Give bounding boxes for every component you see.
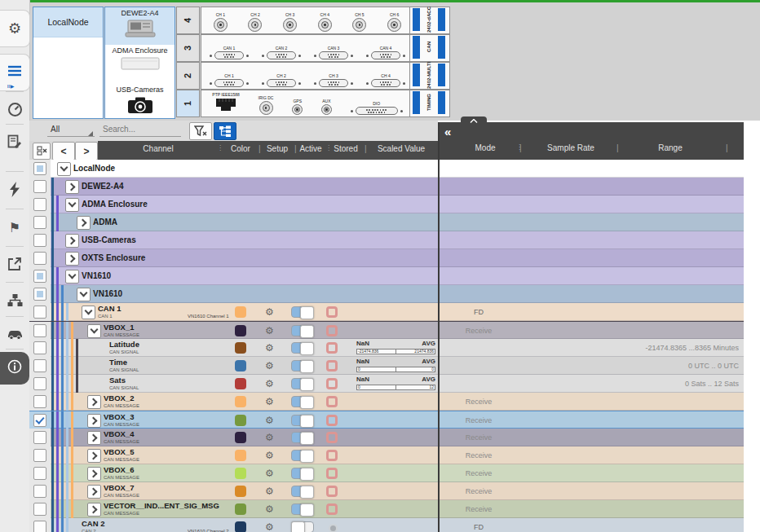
slot-1[interactable]: 1 bbox=[176, 90, 200, 117]
column-header-setup[interactable]: Setup bbox=[267, 144, 288, 153]
expander-collapsed[interactable] bbox=[77, 216, 91, 230]
slot-2[interactable]: 2 bbox=[176, 62, 200, 90]
search-input[interactable]: Search... bbox=[103, 125, 135, 134]
setup-gear-button[interactable]: ⚙ bbox=[264, 322, 275, 340]
setup-gear-button[interactable]: ⚙ bbox=[264, 357, 275, 375]
color-swatch[interactable] bbox=[235, 503, 246, 515]
active-toggle[interactable] bbox=[291, 468, 314, 479]
row-checkbox[interactable] bbox=[33, 485, 46, 498]
expander-collapsed[interactable] bbox=[87, 485, 101, 499]
setup-gear-button[interactable]: ⚙ bbox=[264, 482, 275, 500]
device-card-adma-enclosure[interactable]: ADMA Enclosure bbox=[105, 45, 175, 84]
row-checkbox[interactable] bbox=[33, 162, 46, 175]
table-row[interactable]: CAN 1CAN 1VN1610 Channel 1⚙FD bbox=[29, 303, 744, 321]
color-swatch[interactable] bbox=[235, 450, 246, 461]
table-row[interactable]: VBOX_2CAN MESSAGE⚙Receive bbox=[29, 393, 744, 411]
setup-gear-button[interactable]: ⚙ bbox=[264, 411, 275, 429]
table-row[interactable]: VBOX_4CAN MESSAGE⚙Receive bbox=[29, 429, 744, 446]
row-checkbox[interactable] bbox=[33, 306, 46, 319]
column-separator[interactable]: | bbox=[294, 144, 297, 153]
table-row[interactable]: VN1610 bbox=[29, 267, 744, 285]
localnode-card[interactable]: LocalNode bbox=[33, 7, 104, 119]
table-row[interactable]: LatitudeCAN SIGNAL⚙NaNAVG-21474.83621474… bbox=[29, 339, 744, 357]
color-swatch[interactable] bbox=[235, 521, 246, 532]
expander-collapsed[interactable] bbox=[87, 395, 101, 409]
table-row[interactable]: LocalNode bbox=[29, 160, 744, 178]
row-checkbox[interactable] bbox=[33, 377, 46, 390]
column-header-color[interactable]: Color bbox=[231, 144, 250, 153]
row-checkbox[interactable] bbox=[33, 252, 46, 265]
color-swatch[interactable] bbox=[235, 432, 246, 443]
sidebar-item-reporting[interactable] bbox=[0, 127, 29, 160]
active-toggle[interactable] bbox=[291, 432, 314, 443]
column-select-button[interactable] bbox=[33, 143, 51, 160]
row-checkbox[interactable] bbox=[33, 288, 46, 301]
expander-collapsed[interactable] bbox=[87, 414, 101, 428]
expander-expanded[interactable] bbox=[57, 162, 71, 176]
column-separator[interactable]: ⋮ bbox=[325, 144, 332, 152]
color-swatch[interactable] bbox=[235, 306, 246, 318]
stored-indicator[interactable] bbox=[326, 325, 338, 336]
table-row[interactable]: VECTOR__IND...ENT_SIG_MSGCAN MESSAGE⚙Rec… bbox=[29, 500, 744, 518]
expander-collapsed[interactable] bbox=[87, 449, 101, 463]
color-swatch[interactable] bbox=[235, 342, 246, 354]
chevron-down-icon[interactable] bbox=[88, 131, 93, 136]
row-checkbox[interactable] bbox=[33, 359, 46, 372]
filter-scope-dropdown[interactable]: All bbox=[51, 125, 60, 134]
column-header-range[interactable]: Range bbox=[658, 143, 682, 152]
active-toggle[interactable] bbox=[291, 415, 314, 426]
stored-indicator[interactable] bbox=[326, 306, 338, 318]
sidebar-item-export[interactable] bbox=[0, 249, 29, 282]
stored-indicator[interactable] bbox=[326, 415, 338, 426]
column-header-mode[interactable]: Mode bbox=[475, 143, 495, 152]
active-toggle[interactable] bbox=[291, 396, 314, 407]
row-checkbox[interactable] bbox=[33, 395, 46, 408]
table-row[interactable]: DEWE2-A4 bbox=[29, 178, 744, 196]
table-row[interactable]: TimeCAN SIGNAL⚙NaNAVG000 UTC .. 0 UTC bbox=[29, 357, 744, 375]
stored-indicator[interactable] bbox=[326, 378, 338, 389]
stored-indicator[interactable] bbox=[326, 486, 338, 497]
row-checkbox[interactable] bbox=[33, 431, 46, 444]
table-row[interactable]: VBOX_1CAN MESSAGE⚙Receive bbox=[29, 321, 744, 339]
stored-indicator[interactable] bbox=[326, 432, 338, 443]
setup-gear-button[interactable]: ⚙ bbox=[264, 303, 275, 321]
table-row[interactable]: VBOX_7CAN MESSAGE⚙Receive bbox=[29, 482, 744, 500]
expander-collapsed[interactable] bbox=[65, 252, 79, 266]
sidebar-item-settings[interactable]: ⚙ bbox=[0, 10, 30, 47]
expander-expanded[interactable] bbox=[65, 198, 79, 212]
expander-collapsed[interactable] bbox=[87, 467, 101, 481]
table-row[interactable]: VBOX_3CAN MESSAGE⚙Receive bbox=[29, 411, 744, 429]
stored-indicator[interactable] bbox=[326, 360, 338, 372]
table-row[interactable]: OXTS Enclosure bbox=[29, 249, 744, 267]
sidebar-item-vehicle[interactable] bbox=[0, 319, 29, 352]
device-card-dewe2-a4[interactable]: DEWE2-A4 bbox=[105, 7, 175, 45]
column-separator[interactable]: | bbox=[258, 144, 261, 153]
sidebar-item-trigger[interactable] bbox=[0, 174, 29, 207]
table-row[interactable]: CAN 2CAN 2VN1610 Channel 2⚙FD bbox=[29, 518, 744, 532]
active-toggle[interactable] bbox=[291, 360, 314, 372]
slot-4[interactable]: 4 bbox=[176, 7, 200, 34]
setup-gear-button[interactable]: ⚙ bbox=[264, 375, 275, 393]
active-toggle[interactable] bbox=[291, 378, 314, 389]
row-checkbox[interactable] bbox=[33, 234, 46, 247]
column-header-sample-rate[interactable]: Sample Rate bbox=[547, 143, 594, 152]
table-row[interactable]: VN1610 bbox=[29, 285, 744, 303]
expander-collapsed[interactable] bbox=[65, 234, 79, 248]
active-toggle[interactable] bbox=[291, 342, 314, 354]
expander-expanded[interactable] bbox=[77, 288, 91, 301]
column-separator[interactable]: | bbox=[616, 143, 619, 152]
color-swatch[interactable] bbox=[235, 325, 246, 336]
color-swatch[interactable] bbox=[235, 486, 246, 497]
row-checkbox[interactable] bbox=[33, 198, 46, 211]
row-checkbox[interactable] bbox=[33, 414, 46, 427]
setup-gear-button[interactable]: ⚙ bbox=[264, 339, 275, 357]
active-toggle[interactable] bbox=[291, 503, 314, 515]
row-checkbox[interactable] bbox=[33, 467, 46, 480]
column-header-channel[interactable]: Channel bbox=[143, 144, 173, 153]
column-header-stored[interactable]: Stored bbox=[334, 144, 357, 153]
setup-gear-button[interactable]: ⚙ bbox=[264, 464, 275, 482]
setup-gear-button[interactable]: ⚙ bbox=[264, 518, 275, 532]
row-checkbox[interactable] bbox=[33, 324, 46, 337]
row-checkbox[interactable] bbox=[33, 270, 46, 283]
stored-indicator[interactable] bbox=[326, 468, 338, 479]
